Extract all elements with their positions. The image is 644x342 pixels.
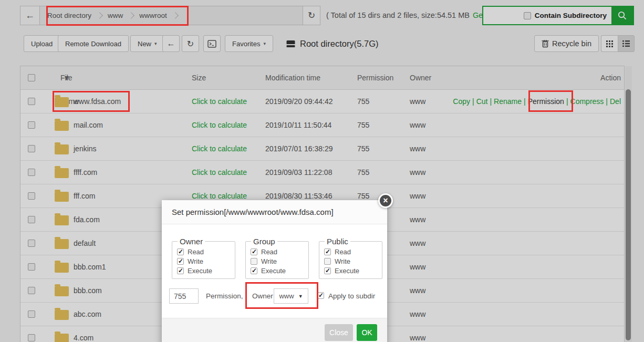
checkbox-label: Write <box>261 257 277 265</box>
file-manager-app: ← Root directory www wwwroot ↻ ( Total o… <box>0 0 644 342</box>
permission-input-label: Permission, <box>206 288 243 304</box>
close-button[interactable]: Close <box>325 324 353 341</box>
ok-button[interactable]: OK <box>357 324 377 341</box>
apply-to-subdir-checkbox[interactable] <box>317 292 324 299</box>
dialog-title: Set permission[/www/wwwroot/www.fdsa.com… <box>162 200 387 224</box>
permission-row: Permission, Owner www ▼ Apply to subdir <box>162 288 387 305</box>
checkbox-label: Execute <box>335 267 359 275</box>
owner-select[interactable]: www ▼ <box>274 288 308 304</box>
execute-checkbox[interactable] <box>251 267 257 274</box>
dialog-close-button[interactable]: × <box>378 193 393 208</box>
checkbox-label: Write <box>188 257 203 265</box>
permission-item: Execute <box>324 267 377 275</box>
checkbox-label: Execute <box>188 267 212 275</box>
permission-group: Public ReadWriteExecute <box>319 237 382 279</box>
select-caret-icon: ▼ <box>298 294 303 299</box>
dialog-footer: Close OK <box>162 318 387 342</box>
permission-item: Write <box>251 257 304 265</box>
execute-checkbox[interactable] <box>324 267 331 274</box>
read-checkbox[interactable] <box>324 248 331 255</box>
permission-item: Read <box>324 248 377 256</box>
permission-item: Read <box>177 248 230 256</box>
permission-group: Owner ReadWriteExecute <box>172 237 235 279</box>
checkbox-label: Read <box>188 248 204 256</box>
owner-select-value: www <box>279 292 294 300</box>
read-checkbox[interactable] <box>251 248 257 255</box>
permission-group: Group ReadWriteExecute <box>245 237 309 279</box>
permission-item: Execute <box>251 267 304 275</box>
write-checkbox[interactable] <box>251 258 257 265</box>
checkbox-label: Read <box>261 248 277 256</box>
read-checkbox[interactable] <box>177 248 184 255</box>
close-icon: × <box>383 196 388 205</box>
execute-checkbox[interactable] <box>177 267 184 274</box>
dialog-header: Set permission[/www/wwwroot/www.fdsa.com… <box>162 200 387 224</box>
permission-group-label: Group <box>251 237 277 246</box>
permission-item: Read <box>251 248 304 256</box>
permission-item: Execute <box>177 267 230 275</box>
checkbox-label: Write <box>335 257 350 265</box>
checkbox-label: Execute <box>261 267 286 275</box>
checkbox-label: Read <box>335 248 351 256</box>
permission-item: Write <box>324 257 377 265</box>
write-checkbox[interactable] <box>324 258 331 265</box>
permission-number-input[interactable] <box>169 288 199 304</box>
set-permission-dialog: Set permission[/www/wwwroot/www.fdsa.com… <box>162 200 387 342</box>
apply-to-subdir-label: Apply to subdir <box>328 288 375 304</box>
owner-select-label: Owner <box>252 288 273 304</box>
permission-group-label: Owner <box>178 237 205 246</box>
permission-group-label: Public <box>325 237 350 246</box>
permission-item: Write <box>177 257 230 265</box>
write-checkbox[interactable] <box>177 258 184 265</box>
